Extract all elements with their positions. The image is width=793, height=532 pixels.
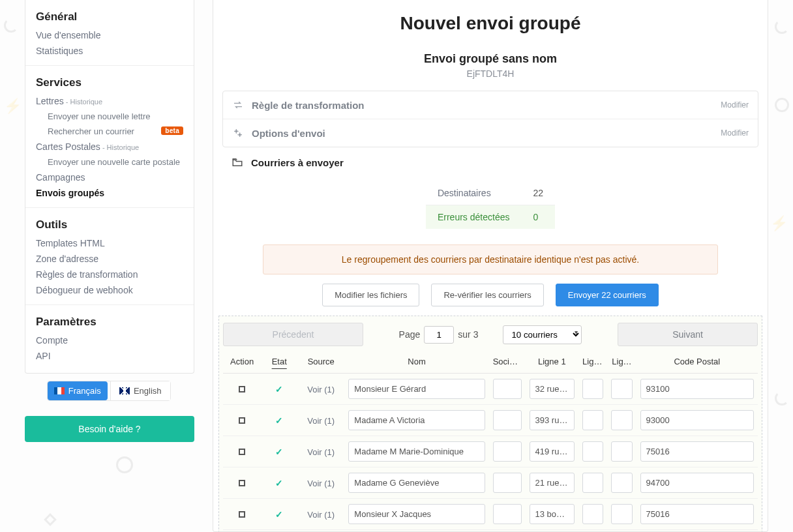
col-ligne3[interactable]: Lig… — [607, 350, 636, 374]
transform-modify-link[interactable]: Modifier — [721, 100, 749, 110]
sidebar-item[interactable]: Débogueur de webhook — [36, 282, 183, 298]
source-link[interactable]: Voir (1) — [307, 416, 335, 426]
cell-input-cp[interactable] — [640, 441, 754, 462]
cell-input-l3[interactable] — [611, 441, 632, 462]
source-link[interactable]: Voir (1) — [307, 510, 335, 520]
cell-input-l3[interactable] — [611, 410, 632, 430]
sidebar-item[interactable]: API — [36, 348, 183, 364]
send-options-label: Options d'envoi — [252, 128, 325, 139]
transform-rule-row[interactable]: Règle de transformation Modifier — [223, 91, 758, 119]
col-nom[interactable]: Nom — [344, 350, 488, 374]
svg-point-1 — [239, 134, 241, 136]
cell-input-l2[interactable] — [582, 473, 603, 493]
svg-point-0 — [235, 130, 237, 132]
sidebar-item[interactable]: Templates HTML — [36, 235, 183, 251]
sidebar-subitem[interactable]: Rechercher un courrierbeta — [36, 124, 183, 139]
cell-input-l2[interactable] — [582, 410, 603, 430]
gears-icon — [232, 127, 244, 139]
cell-input-l3[interactable] — [611, 504, 632, 524]
cell-input-l2[interactable] — [582, 504, 603, 524]
col-ligne1[interactable]: Ligne 1 — [526, 350, 579, 374]
cell-input-cp[interactable] — [640, 410, 754, 430]
source-link[interactable]: Voir (1) — [307, 385, 335, 394]
sidebar-item[interactable]: Cartes Postales - Historique — [36, 139, 183, 155]
cell-input-l2[interactable] — [582, 441, 603, 462]
sidebar-item[interactable]: Vue d'ensemble — [36, 27, 183, 43]
sidebar-item[interactable]: Envois groupés — [36, 185, 183, 201]
group-id: EjFTDLT4H — [222, 68, 758, 79]
options-modify-link[interactable]: Modifier — [721, 128, 749, 138]
row-checkbox[interactable] — [239, 386, 245, 392]
col-ligne2[interactable]: Lign… — [578, 350, 607, 374]
sidebar-item-suffix: - Historique — [100, 143, 139, 151]
lang-fr-button[interactable]: Français — [48, 381, 108, 400]
cell-input-l1[interactable] — [530, 473, 575, 493]
lang-en-button[interactable]: English — [110, 381, 171, 400]
cell-input-soc[interactable] — [493, 504, 522, 524]
pager-per-page-select[interactable]: 10 courriers — [503, 325, 582, 344]
row-checkbox[interactable] — [239, 511, 245, 518]
help-button[interactable]: Besoin d'aide ? — [25, 416, 194, 442]
sidebar-subitem[interactable]: Envoyer une nouvelle lettre — [36, 109, 183, 124]
stats-table: Destinataires 22 Erreurs détectées 0 — [426, 181, 555, 229]
cell-input-soc[interactable] — [493, 379, 522, 399]
cell-input-l1[interactable] — [530, 504, 575, 524]
cell-input-nom[interactable] — [348, 441, 485, 462]
sidebar-subitem[interactable]: Envoyer une nouvelle carte postale — [36, 155, 183, 170]
col-etat[interactable]: Etat — [261, 350, 297, 374]
courriers-table: Action Etat Source Nom Socié… Ligne 1 Li… — [223, 350, 758, 532]
check-icon: ✓ — [275, 415, 283, 426]
sidebar-item[interactable]: Campagnes — [36, 170, 183, 185]
send-button[interactable]: Envoyer 22 courriers — [556, 284, 659, 306]
table-row: ✓Voir (1) — [223, 436, 758, 467]
cell-input-l3[interactable] — [611, 379, 632, 399]
sidebar: GénéralVue d'ensembleStatistiquesService… — [25, 0, 194, 374]
cell-input-cp[interactable] — [640, 379, 754, 399]
cell-input-l1[interactable] — [530, 410, 575, 430]
cell-input-cp[interactable] — [640, 504, 754, 524]
check-icon: ✓ — [275, 509, 283, 520]
cell-input-l1[interactable] — [530, 379, 575, 399]
source-link[interactable]: Voir (1) — [307, 447, 335, 457]
cell-input-nom[interactable] — [348, 379, 485, 399]
reverify-button[interactable]: Re-vérifier les courriers — [431, 284, 543, 306]
cell-input-soc[interactable] — [493, 410, 522, 430]
table-row: ✓Voir (1) — [223, 467, 758, 499]
col-code-postal[interactable]: Code Postal — [636, 350, 758, 374]
cell-input-soc[interactable] — [493, 441, 522, 462]
settings-panel: Règle de transformation Modifier Options… — [222, 91, 758, 147]
stats-recipients-row: Destinataires 22 — [426, 181, 555, 205]
pager-prev-button[interactable]: Précedent — [223, 323, 363, 346]
sidebar-item[interactable]: Lettres - Historique — [36, 93, 183, 109]
sidebar-heading: Paramètres — [36, 312, 183, 332]
pager: Précedent Page sur 3 10 courriers ▾ Suiv… — [223, 319, 758, 350]
sidebar-item[interactable]: Zone d'adresse — [36, 251, 183, 267]
pager-page-input[interactable] — [424, 326, 454, 344]
sidebar-item[interactable]: Règles de transformation — [36, 267, 183, 282]
sidebar-item[interactable]: Compte — [36, 332, 183, 348]
sidebar-item[interactable]: Statistiques — [36, 43, 183, 59]
cell-input-nom[interactable] — [348, 473, 485, 493]
send-options-row[interactable]: Options d'envoi Modifier — [223, 119, 758, 147]
cell-input-l2[interactable] — [582, 379, 603, 399]
col-source[interactable]: Source — [297, 350, 344, 374]
source-link[interactable]: Voir (1) — [307, 479, 335, 488]
cell-input-cp[interactable] — [640, 473, 754, 493]
cell-input-nom[interactable] — [348, 410, 485, 430]
check-icon: ✓ — [275, 447, 283, 457]
col-action[interactable]: Action — [223, 350, 261, 374]
row-checkbox[interactable] — [239, 449, 245, 455]
flag-fr-icon — [54, 387, 65, 394]
sidebar-heading: Outils — [36, 214, 183, 235]
check-icon: ✓ — [275, 478, 283, 488]
cell-input-soc[interactable] — [493, 473, 522, 493]
cell-input-l1[interactable] — [530, 441, 575, 462]
modify-files-button[interactable]: Modifier les fichiers — [322, 284, 419, 306]
col-societe[interactable]: Socié… — [489, 350, 526, 374]
cell-input-l3[interactable] — [611, 473, 632, 493]
pager-next-button[interactable]: Suivant — [618, 323, 758, 346]
cell-input-nom[interactable] — [348, 504, 485, 524]
stats-errors-row: Erreurs détectées 0 — [426, 205, 555, 229]
row-checkbox[interactable] — [239, 417, 245, 424]
row-checkbox[interactable] — [239, 480, 245, 486]
